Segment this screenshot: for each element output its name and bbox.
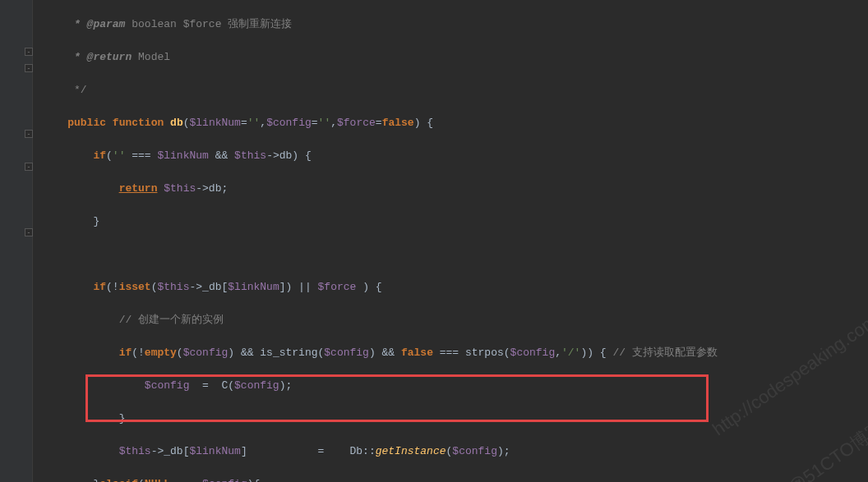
- code-editor-content[interactable]: * @param boolean $force 强制重新连接 * @return…: [37, 0, 868, 482]
- code-line: if('' === $linkNum && $this->db) {: [42, 148, 868, 164]
- code-line: public function db($linkNum='',$config='…: [42, 115, 868, 131]
- fold-marker-icon[interactable]: -: [25, 163, 33, 171]
- code-line: return $this->db;: [42, 181, 868, 197]
- code-line: if(!empty($config) && is_string($config)…: [42, 345, 868, 361]
- code-line: }: [42, 213, 868, 230]
- code-line: */: [42, 82, 868, 99]
- code-line: // 创建一个新的实例: [42, 312, 868, 328]
- code-line: * @param boolean $force 强制重新连接: [42, 16, 868, 33]
- code-line: $this->_db[$linkNum] = Db::getInstance($…: [42, 443, 868, 460]
- fold-marker-icon[interactable]: -: [25, 228, 33, 236]
- code-line: if(!isset($this->_db[$linkNum]) || $forc…: [42, 279, 868, 296]
- fold-marker-icon[interactable]: -: [25, 130, 33, 138]
- fold-marker-icon[interactable]: -: [25, 48, 33, 56]
- editor-gutter: - - - - -: [0, 0, 33, 482]
- code-line: * @return Model: [42, 49, 868, 66]
- fold-marker-icon[interactable]: -: [25, 64, 33, 72]
- code-line: }elseif(NULL === $config){: [42, 476, 868, 482]
- code-line: [42, 246, 868, 263]
- code-line: $config = C($config);: [42, 378, 868, 394]
- code-line: }: [42, 411, 868, 427]
